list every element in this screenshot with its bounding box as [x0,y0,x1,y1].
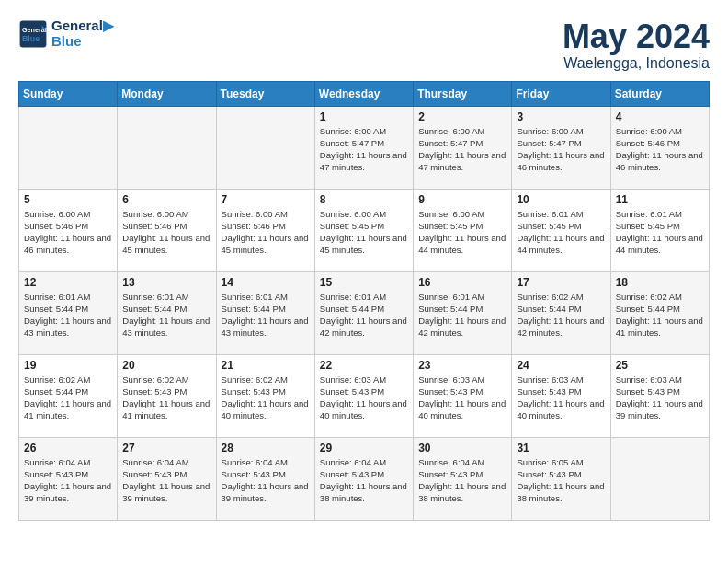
day-number: 17 [517,276,605,289]
calendar-cell: 19Sunrise: 6:02 AM Sunset: 5:44 PM Dayli… [19,354,118,437]
day-info: Sunrise: 6:04 AM Sunset: 5:43 PM Dayligh… [222,456,310,505]
calendar-table: SundayMondayTuesdayWednesdayThursdayFrid… [18,81,710,521]
day-number: 31 [517,442,605,454]
day-number: 2 [418,110,506,123]
logo-icon: General Blue [18,19,48,49]
day-number: 13 [122,276,210,289]
day-info: Sunrise: 6:00 AM Sunset: 5:47 PM Dayligh… [517,125,605,174]
calendar-cell: 17Sunrise: 6:02 AM Sunset: 5:44 PM Dayli… [512,271,610,354]
calendar-cell: 3Sunrise: 6:00 AM Sunset: 5:47 PM Daylig… [512,106,610,189]
day-info: Sunrise: 6:01 AM Sunset: 5:45 PM Dayligh… [517,208,605,257]
day-number: 23 [418,359,506,372]
day-info: Sunrise: 6:03 AM Sunset: 5:43 PM Dayligh… [517,373,605,422]
day-info: Sunrise: 6:00 AM Sunset: 5:46 PM Dayligh… [616,125,704,174]
day-info: Sunrise: 6:00 AM Sunset: 5:47 PM Dayligh… [320,125,408,174]
calendar-cell: 5Sunrise: 6:00 AM Sunset: 5:46 PM Daylig… [19,189,118,271]
calendar-cell: 4Sunrise: 6:00 AM Sunset: 5:46 PM Daylig… [610,106,709,189]
calendar-cell [19,106,118,189]
calendar-cell: 1Sunrise: 6:00 AM Sunset: 5:47 PM Daylig… [314,106,413,189]
day-number: 18 [616,276,704,289]
day-number: 26 [24,442,112,454]
day-number: 19 [24,359,112,372]
day-number: 5 [24,193,112,206]
day-info: Sunrise: 6:02 AM Sunset: 5:44 PM Dayligh… [616,291,704,339]
title-block: May 2024 Waelengga, Indonesia [563,18,710,72]
day-number: 7 [222,193,310,206]
calendar-cell: 13Sunrise: 6:01 AM Sunset: 5:44 PM Dayli… [118,271,216,354]
logo-text-line2: Blue [51,34,114,50]
calendar-week-row: 26Sunrise: 6:04 AM Sunset: 5:43 PM Dayli… [19,437,710,520]
day-info: Sunrise: 6:00 AM Sunset: 5:45 PM Dayligh… [320,208,408,257]
day-number: 29 [320,442,408,454]
day-info: Sunrise: 6:00 AM Sunset: 5:46 PM Dayligh… [122,208,210,257]
day-info: Sunrise: 6:00 AM Sunset: 5:46 PM Dayligh… [222,208,310,257]
day-info: Sunrise: 6:04 AM Sunset: 5:43 PM Dayligh… [24,456,112,505]
day-info: Sunrise: 6:02 AM Sunset: 5:43 PM Dayligh… [222,373,310,422]
day-number: 14 [222,276,310,289]
calendar-cell: 31Sunrise: 6:05 AM Sunset: 5:43 PM Dayli… [512,437,610,520]
page-header: General Blue General▶ Blue May 2024 Wael… [18,18,710,72]
calendar-cell: 16Sunrise: 6:01 AM Sunset: 5:44 PM Dayli… [414,271,512,354]
calendar-cell: 30Sunrise: 6:04 AM Sunset: 5:43 PM Dayli… [414,437,512,520]
day-number: 16 [418,276,506,289]
calendar-header-row: SundayMondayTuesdayWednesdayThursdayFrid… [19,81,710,106]
calendar-week-row: 12Sunrise: 6:01 AM Sunset: 5:44 PM Dayli… [19,271,710,354]
day-number: 22 [320,359,408,372]
day-info: Sunrise: 6:04 AM Sunset: 5:43 PM Dayligh… [418,456,506,505]
day-number: 10 [517,193,605,206]
calendar-week-row: 19Sunrise: 6:02 AM Sunset: 5:44 PM Dayli… [19,354,710,437]
day-info: Sunrise: 6:00 AM Sunset: 5:46 PM Dayligh… [24,208,112,257]
day-number: 21 [222,359,310,372]
calendar-cell: 11Sunrise: 6:01 AM Sunset: 5:45 PM Dayli… [610,189,709,271]
day-header-thursday: Thursday [414,81,512,106]
day-number: 8 [320,193,408,206]
calendar-cell: 28Sunrise: 6:04 AM Sunset: 5:43 PM Dayli… [216,437,314,520]
calendar-cell: 20Sunrise: 6:02 AM Sunset: 5:43 PM Dayli… [118,354,216,437]
day-info: Sunrise: 6:04 AM Sunset: 5:43 PM Dayligh… [320,456,408,505]
day-info: Sunrise: 6:03 AM Sunset: 5:43 PM Dayligh… [320,373,408,422]
calendar-cell: 14Sunrise: 6:01 AM Sunset: 5:44 PM Dayli… [216,271,314,354]
day-number: 9 [418,193,506,206]
day-number: 30 [418,442,506,454]
day-info: Sunrise: 6:01 AM Sunset: 5:44 PM Dayligh… [222,291,310,339]
day-number: 3 [517,110,605,123]
day-info: Sunrise: 6:02 AM Sunset: 5:43 PM Dayligh… [122,373,210,422]
day-number: 1 [320,110,408,123]
calendar-cell: 29Sunrise: 6:04 AM Sunset: 5:43 PM Dayli… [314,437,413,520]
day-number: 28 [222,442,310,454]
day-info: Sunrise: 6:04 AM Sunset: 5:43 PM Dayligh… [122,456,210,505]
calendar-cell: 7Sunrise: 6:00 AM Sunset: 5:46 PM Daylig… [216,189,314,271]
day-header-wednesday: Wednesday [314,81,413,106]
day-info: Sunrise: 6:01 AM Sunset: 5:44 PM Dayligh… [418,291,506,339]
calendar-week-row: 1Sunrise: 6:00 AM Sunset: 5:47 PM Daylig… [19,106,710,189]
day-number: 27 [122,442,210,454]
calendar-cell: 26Sunrise: 6:04 AM Sunset: 5:43 PM Dayli… [19,437,118,520]
logo: General Blue General▶ Blue [18,18,114,49]
calendar-cell [610,437,709,520]
calendar-cell: 23Sunrise: 6:03 AM Sunset: 5:43 PM Dayli… [414,354,512,437]
calendar-cell: 8Sunrise: 6:00 AM Sunset: 5:45 PM Daylig… [314,189,413,271]
day-info: Sunrise: 6:01 AM Sunset: 5:45 PM Dayligh… [616,208,704,257]
day-info: Sunrise: 6:01 AM Sunset: 5:44 PM Dayligh… [24,291,112,339]
month-year-title: May 2024 [563,18,710,55]
calendar-cell: 9Sunrise: 6:00 AM Sunset: 5:45 PM Daylig… [414,189,512,271]
calendar-cell: 27Sunrise: 6:04 AM Sunset: 5:43 PM Dayli… [118,437,216,520]
calendar-cell [118,106,216,189]
calendar-cell: 24Sunrise: 6:03 AM Sunset: 5:43 PM Dayli… [512,354,610,437]
day-info: Sunrise: 6:02 AM Sunset: 5:44 PM Dayligh… [517,291,605,339]
day-number: 24 [517,359,605,372]
day-info: Sunrise: 6:05 AM Sunset: 5:43 PM Dayligh… [517,456,605,505]
day-info: Sunrise: 6:00 AM Sunset: 5:45 PM Dayligh… [418,208,506,257]
day-number: 25 [616,359,704,372]
day-number: 20 [122,359,210,372]
day-number: 12 [24,276,112,289]
day-info: Sunrise: 6:03 AM Sunset: 5:43 PM Dayligh… [616,373,704,422]
calendar-cell: 25Sunrise: 6:03 AM Sunset: 5:43 PM Dayli… [610,354,709,437]
calendar-week-row: 5Sunrise: 6:00 AM Sunset: 5:46 PM Daylig… [19,189,710,271]
calendar-cell: 15Sunrise: 6:01 AM Sunset: 5:44 PM Dayli… [314,271,413,354]
calendar-cell: 21Sunrise: 6:02 AM Sunset: 5:43 PM Dayli… [216,354,314,437]
calendar-cell [216,106,314,189]
day-header-sunday: Sunday [19,81,118,106]
day-info: Sunrise: 6:02 AM Sunset: 5:44 PM Dayligh… [24,373,112,422]
calendar-cell: 18Sunrise: 6:02 AM Sunset: 5:44 PM Dayli… [610,271,709,354]
